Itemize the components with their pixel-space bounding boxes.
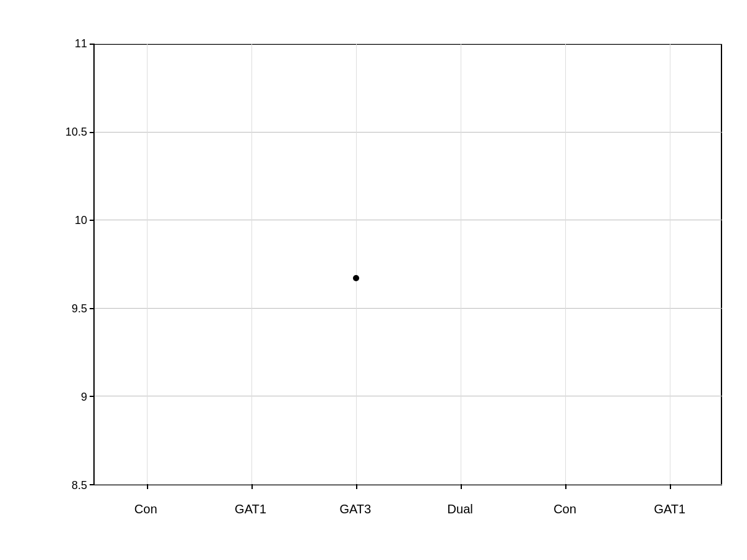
- data-point: [353, 275, 359, 281]
- y-tick-mark: [90, 220, 95, 221]
- h-grid-line: [95, 132, 722, 133]
- y-tick-label: 8.5: [56, 479, 87, 492]
- y-tick-label: 10.5: [56, 126, 87, 139]
- h-grid-line: [95, 220, 722, 220]
- x-tick-mark: [670, 484, 671, 489]
- h-grid-line: [95, 44, 722, 44]
- x-tick-mark: [147, 484, 148, 489]
- y-tick-mark: [90, 44, 95, 45]
- v-grid-line: [461, 44, 461, 484]
- v-grid-line: [147, 44, 148, 484]
- chart-container: Con GAT1 GAT3 Dual Con GAT1 8.599.51010.…: [0, 0, 747, 560]
- x-tick-mark: [565, 484, 566, 489]
- y-tick-label: 9.5: [56, 302, 87, 315]
- x-axis-labels: Con GAT1 GAT3 Dual Con GAT1: [93, 502, 722, 516]
- h-grid-line: [95, 308, 722, 309]
- v-grid-line: [670, 44, 670, 484]
- x-label-gat1: GAT1: [198, 502, 303, 516]
- v-grid-line: [565, 44, 566, 484]
- x-tick-mark: [461, 484, 462, 489]
- y-tick-mark: [90, 484, 95, 485]
- x-label-con2: Con: [512, 502, 617, 516]
- v-grid-line: [251, 44, 252, 484]
- x-label-con1: Con: [93, 502, 198, 516]
- x-label-gat3: GAT3: [303, 502, 408, 516]
- h-grid-line: [95, 484, 722, 485]
- y-tick-label: 11: [56, 37, 87, 50]
- v-grid-line: [356, 44, 357, 484]
- x-label-dual: Dual: [408, 502, 512, 516]
- x-label-gat1b: GAT1: [618, 502, 722, 516]
- x-tick-mark: [356, 484, 357, 489]
- y-tick-mark: [90, 132, 95, 133]
- y-tick-label: 9: [56, 391, 87, 404]
- plot-border-right: [721, 44, 722, 484]
- y-tick-mark: [90, 308, 95, 309]
- x-tick-mark: [251, 484, 253, 489]
- chart-wrapper: Con GAT1 GAT3 Dual Con GAT1 8.599.51010.…: [50, 25, 735, 535]
- y-tick-mark: [90, 396, 95, 397]
- h-grid-line: [95, 396, 722, 396]
- y-tick-label: 10: [56, 214, 87, 227]
- plot-area: [93, 44, 722, 485]
